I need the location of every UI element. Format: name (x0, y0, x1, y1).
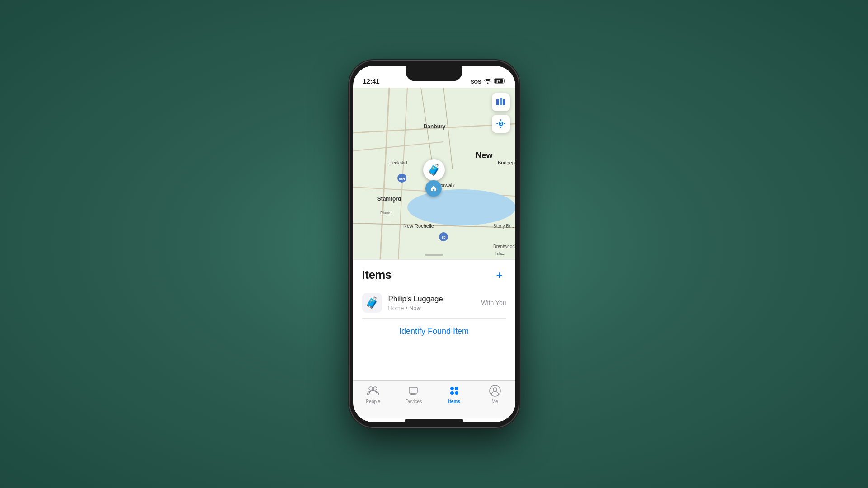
svg-point-20 (407, 189, 515, 225)
svg-point-48 (493, 388, 497, 391)
svg-point-43 (450, 387, 454, 390)
identify-section: Identify Found Item (353, 319, 515, 349)
tab-items[interactable]: Items (434, 385, 475, 404)
notch (406, 66, 462, 81)
map-area[interactable]: 684 95 Danbury Peekskill Stamford Plains… (353, 88, 515, 259)
tab-items-label: Items (448, 399, 461, 404)
phone-screen: 12:41 SOS 87 (353, 66, 515, 422)
svg-text:Bridgep...: Bridgep... (498, 160, 515, 165)
tab-people[interactable]: People (353, 385, 394, 404)
me-icon (489, 385, 501, 397)
svg-point-39 (373, 387, 377, 390)
home-indicator (405, 419, 463, 422)
item-name: Philip's Luggage (388, 295, 475, 304)
svg-rect-40 (409, 387, 417, 393)
item-subtitle: Home • Now (388, 305, 475, 311)
phone-wrapper: 12:41 SOS 87 (349, 61, 519, 427)
tab-me[interactable]: Me (475, 385, 515, 404)
svg-point-46 (455, 391, 458, 395)
sheet-header: Items + (353, 260, 515, 287)
svg-rect-33 (496, 99, 499, 105)
item-info: Philip's Luggage Home • Now (388, 295, 475, 311)
svg-point-24 (393, 201, 395, 203)
tab-people-label: People (366, 399, 381, 404)
item-icon: 🧳 (362, 293, 382, 313)
svg-point-38 (369, 387, 373, 390)
svg-point-37 (500, 123, 501, 125)
svg-text:Plains: Plains (380, 211, 392, 215)
status-time: 12:41 (363, 77, 380, 85)
item-status: With You (481, 299, 506, 306)
svg-rect-2 (504, 80, 505, 82)
svg-text:Stamford: Stamford (377, 196, 401, 202)
battery-icon: 87 (494, 78, 505, 85)
tab-bar: People Devices (353, 380, 515, 418)
svg-point-45 (450, 391, 454, 395)
drag-handle[interactable] (425, 254, 443, 256)
svg-rect-35 (503, 99, 505, 105)
status-right-group: SOS 87 (471, 78, 505, 85)
sheet-title: Items (362, 268, 392, 282)
tab-me-label: Me (492, 399, 498, 404)
luggage-pin[interactable]: 🧳 (423, 159, 445, 181)
svg-text:New Rochelle: New Rochelle (403, 223, 434, 229)
svg-text:87: 87 (496, 80, 500, 83)
svg-text:Stony Br...: Stony Br... (493, 224, 514, 229)
svg-text:684: 684 (399, 177, 405, 181)
svg-text:95: 95 (441, 235, 445, 239)
svg-point-0 (487, 83, 488, 84)
devices-icon (407, 385, 420, 397)
item-row[interactable]: 🧳 Philip's Luggage Home • Now With You (353, 287, 515, 318)
identify-found-item-button[interactable]: Identify Found Item (399, 323, 469, 340)
tab-devices[interactable]: Devices (393, 385, 434, 404)
svg-rect-34 (500, 98, 502, 105)
svg-text:Peekskill: Peekskill (389, 160, 407, 165)
people-icon (367, 385, 379, 397)
tab-devices-label: Devices (406, 399, 422, 404)
power-button (519, 151, 520, 192)
bottom-sheet: Items + 🧳 Philip's Luggage Home • Now Wi… (353, 259, 515, 380)
map-toggle-button[interactable] (492, 93, 510, 111)
add-item-button[interactable]: + (493, 268, 506, 282)
svg-text:Isla...: Isla... (495, 251, 505, 256)
svg-text:Brentwood: Brentwood (493, 244, 515, 249)
sos-label: SOS (471, 79, 481, 84)
items-icon (448, 385, 461, 397)
map-new-label: New (476, 151, 492, 160)
svg-text:Danbury: Danbury (423, 123, 445, 130)
svg-point-44 (455, 387, 458, 390)
location-button[interactable] (492, 115, 510, 133)
wifi-icon (484, 78, 491, 85)
home-pin[interactable] (425, 180, 442, 197)
